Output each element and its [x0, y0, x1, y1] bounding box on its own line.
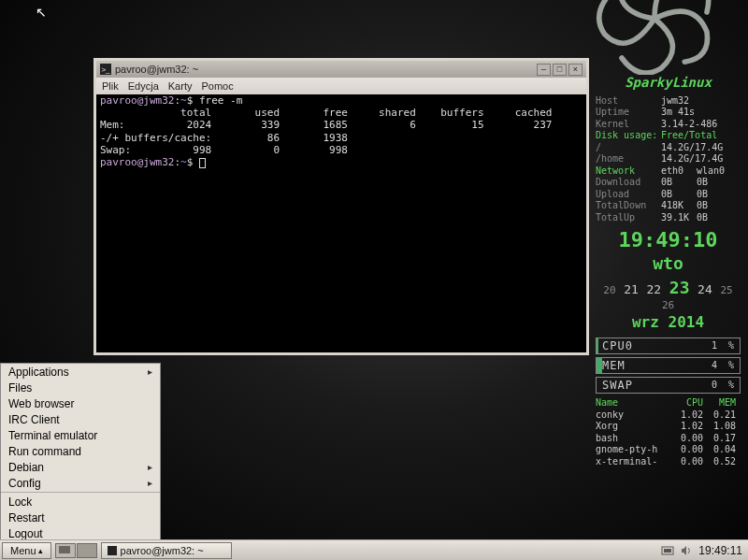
- proc-header: NameCPUMEM: [596, 397, 741, 409]
- value-ul-wlan: 0B: [697, 189, 732, 201]
- menu-separator: [1, 492, 160, 493]
- task-label: pavroo@jwm32: ~: [121, 545, 204, 556]
- chevron-up-icon: ▴: [38, 546, 43, 555]
- volume-tray-icon[interactable]: [680, 544, 693, 557]
- terminal-menu-edycja[interactable]: Edycja: [128, 80, 159, 92]
- app-menu-popup[interactable]: Applications▸FilesWeb browserIRC ClientT…: [0, 363, 161, 542]
- menu-item-config[interactable]: Config▸: [1, 475, 160, 491]
- proc-row: bash0.000.17: [596, 433, 741, 445]
- menu-item-terminal-emulator[interactable]: Terminal emulator: [1, 427, 160, 443]
- menu-item-web-browser[interactable]: Web browser: [1, 395, 160, 411]
- label-wlan: wlan0: [697, 165, 732, 178]
- label-kernel: Kernel: [596, 119, 661, 131]
- chevron-right-icon: ▸: [148, 366, 152, 377]
- proc-row: Xorg1.021.08: [596, 421, 741, 433]
- conky-dayofweek: wto: [596, 253, 741, 275]
- value-uptime: 3m 41s: [661, 107, 695, 119]
- svg-rect-1: [664, 549, 671, 553]
- value-root: 14.2G/17.4G: [661, 142, 723, 154]
- bar-swap: SWAP0%: [596, 377, 741, 394]
- menu-item-debian[interactable]: Debian▸: [1, 459, 160, 475]
- system-tray[interactable]: 19:49:11: [661, 544, 748, 557]
- value-kernel: 3.14-2-486: [661, 119, 717, 131]
- workspace-switcher[interactable]: [55, 543, 97, 558]
- label-dl: Download: [596, 177, 661, 189]
- network-tray-icon[interactable]: [661, 544, 674, 557]
- value-home: 14.2G/17.4G: [661, 153, 723, 165]
- value-ul-eth: 0B: [661, 189, 697, 201]
- value-td-wlan: 0B: [697, 200, 732, 212]
- value-tu-eth: 39.1K: [661, 212, 697, 224]
- label-home: /home: [596, 153, 661, 165]
- label-td: TotalDown: [596, 200, 661, 212]
- label-disk2: Free/Total: [661, 130, 717, 142]
- proc-row: conky1.020.21: [596, 409, 741, 422]
- terminal-menubar[interactable]: PlikEdycjaKartyPomoc: [96, 78, 586, 94]
- menu-item-lock[interactable]: Lock: [1, 494, 160, 510]
- terminal-icon: >_: [100, 64, 111, 75]
- terminal-menu-pomoc[interactable]: Pomoc: [201, 80, 233, 92]
- distro-name: SparkyLinux: [596, 75, 741, 92]
- menu-item-restart[interactable]: Restart: [1, 510, 160, 525]
- bar-cpu: CPU01%: [596, 337, 741, 354]
- taskbar-clock[interactable]: 19:49:11: [698, 544, 742, 557]
- chevron-right-icon: ▸: [148, 478, 152, 488]
- conky-clock: 19:49:10: [596, 227, 741, 253]
- label-uptime: Uptime: [596, 107, 661, 119]
- conky-month: wrz 2014: [596, 313, 741, 332]
- terminal-window[interactable]: >_ pavroo@jwm32: ~ – □ × PlikEdycjaKarty…: [94, 58, 589, 355]
- proc-list: conky1.020.21Xorg1.021.08bash0.000.17gno…: [596, 409, 741, 468]
- label-network: Network: [596, 165, 661, 178]
- value-td-eth: 418K: [661, 200, 697, 212]
- label-disk: Disk usage:: [596, 130, 661, 142]
- menu-item-files[interactable]: Files: [1, 380, 160, 395]
- terminal-icon: [108, 546, 117, 555]
- conky-panel: SparkyLinux Hostjwm32 Uptime3m 41s Kerne…: [596, 75, 741, 467]
- mouse-cursor: ↖: [36, 5, 47, 20]
- chevron-right-icon: ▸: [148, 462, 152, 472]
- label-root: /: [596, 142, 661, 154]
- terminal-titlebar[interactable]: >_ pavroo@jwm32: ~ – □ ×: [96, 61, 586, 78]
- workspace-1[interactable]: [55, 543, 76, 558]
- window-minimize-button[interactable]: –: [537, 64, 551, 76]
- terminal-title: pavroo@jwm32: ~: [115, 64, 535, 75]
- distro-swirl-logo: [589, 0, 720, 75]
- proc-row: gnome-pty-h0.000.04: [596, 444, 741, 456]
- terminal-menu-plik[interactable]: Plik: [102, 80, 119, 92]
- conky-calendar: 20 21 22 23 24 25 26: [596, 278, 741, 311]
- value-host: jwm32: [661, 95, 689, 108]
- label-tu: TotalUp: [596, 212, 661, 224]
- value-dl-wlan: 0B: [697, 177, 732, 189]
- bar-mem: MEM4%: [596, 357, 741, 374]
- taskbar-menu-button[interactable]: Menu ▴: [2, 542, 51, 559]
- menu-item-run-command[interactable]: Run command: [1, 443, 160, 459]
- workspace-2[interactable]: [77, 543, 97, 558]
- taskbar[interactable]: Menu ▴ pavroo@jwm32: ~ 19:49:11: [0, 539, 748, 560]
- menu-button-label: Menu: [10, 545, 36, 556]
- label-ul: Upload: [596, 189, 661, 201]
- conky-bars: CPU01% MEM4% SWAP0%: [596, 337, 741, 394]
- value-dl-eth: 0B: [661, 177, 697, 189]
- value-tu-wlan: 0B: [697, 212, 732, 224]
- menu-item-applications[interactable]: Applications▸: [1, 364, 160, 380]
- window-maximize-button[interactable]: □: [553, 64, 567, 76]
- terminal-menu-karty[interactable]: Karty: [168, 80, 193, 92]
- menu-item-irc-client[interactable]: IRC Client: [1, 411, 160, 427]
- label-eth: eth0: [661, 165, 697, 178]
- label-host: Host: [596, 95, 661, 108]
- terminal-body[interactable]: pavroo@jwm32:~$ free -m total used free …: [96, 94, 586, 352]
- proc-row: x-terminal-0.000.52: [596, 456, 741, 468]
- taskbar-task-terminal[interactable]: pavroo@jwm32: ~: [101, 542, 232, 559]
- window-close-button[interactable]: ×: [568, 64, 583, 76]
